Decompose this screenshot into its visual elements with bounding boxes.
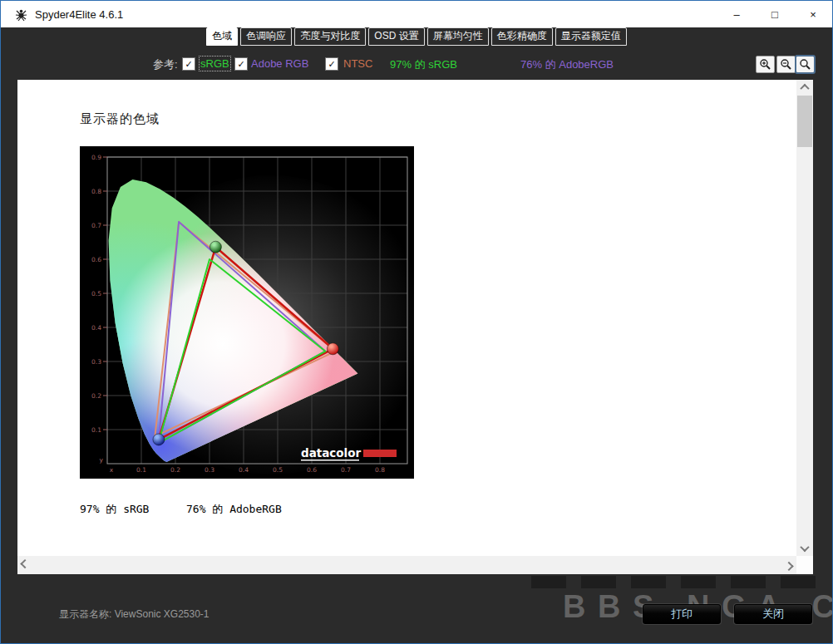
horizontal-scrollbar[interactable] <box>17 556 796 574</box>
svg-text:0.3: 0.3 <box>205 466 214 474</box>
adobe-result-text: 76% 的 AdobeRGB <box>186 502 282 517</box>
srgb-checkbox[interactable]: ✓ <box>182 57 195 71</box>
zoom-reset-button[interactable] <box>796 56 815 73</box>
tab-brightness-contrast[interactable]: 亮度与对比度 <box>294 27 366 46</box>
spyder-logo-icon <box>14 7 28 22</box>
svg-text:0.6: 0.6 <box>91 256 101 263</box>
adobe-rgb-checkbox-label[interactable]: Adobe RGB <box>251 57 308 70</box>
chevron-right-icon <box>784 562 793 571</box>
svg-text:x: x <box>110 466 114 474</box>
svg-text:0.8: 0.8 <box>91 188 101 195</box>
svg-text:0.1: 0.1 <box>91 426 101 434</box>
tab-bar: 色域 色调响应 亮度与对比度 OSD 设置 屏幕均匀性 色彩精确度 显示器额定值 <box>1 27 832 46</box>
svg-text:0.5: 0.5 <box>273 466 283 474</box>
tab-gamut[interactable]: 色域 <box>206 27 238 46</box>
svg-text:0.5: 0.5 <box>91 290 101 297</box>
reference-bar: 参考: ✓ sRGB ✓ Adobe RGB ✓ NTSC 97% 的 sRGB… <box>1 51 832 79</box>
svg-text:0.7: 0.7 <box>91 222 101 229</box>
monitor-name-label: 显示器名称: ViewSonic XG2530-1 <box>59 607 209 622</box>
svg-text:y: y <box>100 456 104 464</box>
zoom-out-button[interactable] <box>776 56 796 73</box>
svg-text:0.3: 0.3 <box>91 358 101 366</box>
footer-bar: B B S . N G A . C N 显示器名称: ViewSonic XG2… <box>1 574 832 643</box>
report-page: 显示器的色域 <box>17 80 796 556</box>
minimize-button[interactable]: – <box>717 1 756 27</box>
reference-label: 参考: <box>153 57 178 72</box>
srgb-result-text: 97% 的 sRGB <box>80 502 149 517</box>
watermark-blocks <box>531 576 824 588</box>
svg-text:0.8: 0.8 <box>375 466 385 474</box>
svg-text:datacolor: datacolor <box>301 446 362 460</box>
close-window-button[interactable]: × <box>794 1 832 27</box>
zoom-in-button[interactable] <box>756 56 775 73</box>
zoom-out-icon <box>780 58 792 71</box>
maximize-button[interactable]: □ <box>756 1 794 27</box>
svg-text:0.1: 0.1 <box>136 466 146 474</box>
scroll-up-button[interactable] <box>796 80 813 95</box>
svg-text:0.7: 0.7 <box>341 466 351 474</box>
print-button[interactable]: 打印 <box>643 604 721 624</box>
window-title: Spyder4Elite 4.6.1 <box>35 8 123 21</box>
scroll-left-button[interactable] <box>17 556 32 574</box>
page-title: 显示器的色域 <box>80 111 160 127</box>
magnifier-icon <box>799 58 811 71</box>
svg-text:0.9: 0.9 <box>91 154 101 161</box>
svg-text:0.4: 0.4 <box>239 466 249 474</box>
vertical-scrollbar[interactable] <box>796 80 813 556</box>
scrollbar-corner <box>796 556 813 574</box>
svg-text:0.2: 0.2 <box>91 392 101 400</box>
svg-text:0.4: 0.4 <box>91 324 101 332</box>
ntsc-checkbox-label[interactable]: NTSC <box>343 57 372 70</box>
tab-screen-uniformity[interactable]: 屏幕均匀性 <box>427 27 489 46</box>
adobe-coverage-summary: 76% 的 AdobeRGB <box>520 57 614 72</box>
srgb-checkbox-label[interactable]: sRGB <box>200 57 229 70</box>
scroll-right-button[interactable] <box>781 556 796 574</box>
adobe-rgb-checkbox[interactable]: ✓ <box>234 57 248 71</box>
ntsc-checkbox[interactable]: ✓ <box>325 57 338 71</box>
title-bar: Spyder4Elite 4.6.1 – □ × <box>1 1 832 27</box>
gamut-chromaticity-chart: 0.10.20.30.40.50.60.70.80.90.10.20.30.40… <box>80 146 414 479</box>
zoom-in-icon <box>759 58 771 71</box>
scroll-down-button[interactable] <box>796 541 813 556</box>
window-controls: – □ × <box>717 1 832 27</box>
svg-text:0.6: 0.6 <box>307 466 317 474</box>
srgb-coverage-summary: 97% 的 sRGB <box>390 57 457 72</box>
tab-tone-response[interactable]: 色调响应 <box>240 27 292 46</box>
content-panel: 显示器的色域 <box>17 80 813 574</box>
close-button[interactable]: 关闭 <box>734 604 812 624</box>
tab-color-accuracy[interactable]: 色彩精确度 <box>491 27 553 46</box>
tab-monitor-ratings[interactable]: 显示器额定值 <box>555 27 627 46</box>
app-window: Spyder4Elite 4.6.1 – □ × 色域 色调响应 亮度与对比度 … <box>0 0 833 644</box>
tab-osd-settings[interactable]: OSD 设置 <box>368 27 424 46</box>
chevron-up-icon <box>800 84 809 93</box>
chevron-down-icon <box>800 543 809 552</box>
chevron-left-icon <box>20 559 29 568</box>
vertical-scrollbar-thumb[interactable] <box>797 96 812 147</box>
svg-text:0.2: 0.2 <box>170 466 180 474</box>
